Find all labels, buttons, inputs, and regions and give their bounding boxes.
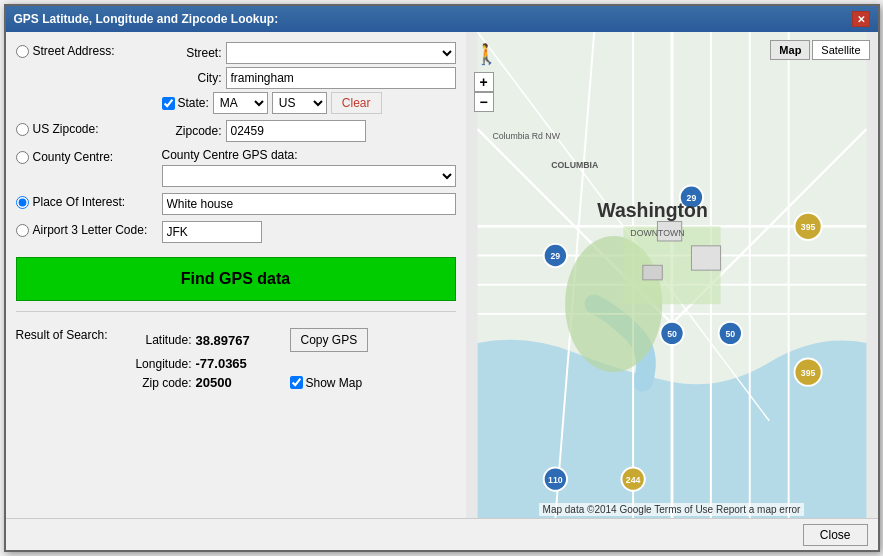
place-radio-label[interactable]: Place Of Interest: xyxy=(16,193,156,209)
satellite-view-button[interactable]: Satellite xyxy=(812,40,869,60)
pegman-icon[interactable]: 🚶 xyxy=(474,42,499,66)
show-map-checkbox[interactable] xyxy=(290,376,303,389)
street-address-row: Street Address: Street: City: xyxy=(16,42,456,114)
content-area: Street Address: Street: City: xyxy=(6,32,878,518)
close-button[interactable]: Close xyxy=(803,524,868,546)
map-view-button[interactable]: Map xyxy=(770,40,810,60)
svg-text:395: 395 xyxy=(800,368,815,378)
county-gps-label: County Centre GPS data: xyxy=(162,148,298,162)
street-address-fields: Street: City: State: xyxy=(162,42,456,114)
airport-field-row xyxy=(162,221,456,243)
place-row: Place Of Interest: xyxy=(16,193,456,215)
show-map-checkbox-label[interactable]: Show Map xyxy=(290,376,363,390)
svg-text:244: 244 xyxy=(625,475,640,485)
bottom-bar: Close xyxy=(6,518,878,550)
longitude-value: -77.0365 xyxy=(196,356,286,371)
svg-text:110: 110 xyxy=(548,475,563,485)
results-section: Result of Search: Latitude: 38.89767 Cop… xyxy=(16,328,456,390)
map-copyright: Map data ©2014 Google Terms of Use Repor… xyxy=(539,503,805,516)
place-field-row xyxy=(162,193,456,215)
zipcode-radio-label[interactable]: US Zipcode: xyxy=(16,120,156,136)
svg-text:29: 29 xyxy=(550,251,560,261)
divider xyxy=(16,311,456,312)
county-row: County Centre: County Centre GPS data: xyxy=(16,148,456,187)
city-label: City: xyxy=(162,71,222,85)
zipcode-input[interactable] xyxy=(226,120,366,142)
county-dropdown-row xyxy=(162,165,456,187)
svg-rect-17 xyxy=(642,265,661,280)
result-zipcode-label: Zip code: xyxy=(122,376,192,390)
zipcode-section-label: US Zipcode: xyxy=(33,122,99,136)
airport-radio-label[interactable]: Airport 3 Letter Code: xyxy=(16,221,156,237)
left-panel: Street Address: Street: City: xyxy=(6,32,466,518)
state-checkbox-label[interactable]: State: xyxy=(162,96,209,110)
latitude-value: 38.89767 xyxy=(196,333,286,348)
zoom-out-button[interactable]: − xyxy=(474,92,494,112)
airport-section-label: Airport 3 Letter Code: xyxy=(33,223,148,237)
svg-rect-18 xyxy=(691,246,720,270)
street-address-label: Street Address: xyxy=(33,44,115,58)
clear-button[interactable]: Clear xyxy=(331,92,382,114)
state-select[interactable]: MA CA NY xyxy=(213,92,268,114)
longitude-row: Longitude: -77.0365 xyxy=(122,356,369,371)
copy-gps-button[interactable]: Copy GPS xyxy=(290,328,369,352)
map-container: 29 29 50 50 395 395 110 244 Was xyxy=(466,32,878,518)
place-section-label: Place Of Interest: xyxy=(33,195,126,209)
zipcode-label: Zipcode: xyxy=(162,124,222,138)
svg-text:Columbia Rd NW: Columbia Rd NW xyxy=(492,131,560,141)
state-checkbox[interactable] xyxy=(162,97,175,110)
latitude-row: Latitude: 38.89767 Copy GPS xyxy=(122,328,369,352)
zipcode-row: US Zipcode: Zipcode: xyxy=(16,120,456,142)
result-zipcode-value: 20500 xyxy=(196,375,286,390)
results-content: Result of Search: Latitude: 38.89767 Cop… xyxy=(16,328,456,390)
airport-row: Airport 3 Letter Code: xyxy=(16,221,456,243)
titlebar-close-button[interactable]: ✕ xyxy=(852,11,870,27)
airport-fields xyxy=(162,221,456,243)
svg-text:50: 50 xyxy=(667,329,677,339)
window-title: GPS Latitude, Longitude and Zipcode Look… xyxy=(14,12,279,26)
svg-text:Washington: Washington xyxy=(597,199,707,221)
street-address-radio[interactable] xyxy=(16,45,29,58)
result-of-search-label: Result of Search: xyxy=(16,328,116,342)
place-input[interactable] xyxy=(162,193,456,215)
zipcode-radio[interactable] xyxy=(16,123,29,136)
svg-text:COLUMBIA: COLUMBIA xyxy=(551,160,599,170)
svg-text:50: 50 xyxy=(725,329,735,339)
city-input[interactable] xyxy=(226,67,456,89)
state-label: State: xyxy=(178,96,209,110)
zoom-controls: + − xyxy=(474,72,494,112)
zoom-in-button[interactable]: + xyxy=(474,72,494,92)
county-gps-label-row: County Centre GPS data: xyxy=(162,148,456,162)
place-radio[interactable] xyxy=(16,196,29,209)
svg-text:395: 395 xyxy=(800,222,815,232)
city-field-row: City: xyxy=(162,67,456,89)
main-window: GPS Latitude, Longitude and Zipcode Look… xyxy=(4,4,880,552)
show-map-label: Show Map xyxy=(306,376,363,390)
street-address-radio-label[interactable]: Street Address: xyxy=(16,42,156,58)
longitude-label: Longitude: xyxy=(122,357,192,371)
county-section-label: County Centre: xyxy=(33,150,114,164)
street-field-row: Street: xyxy=(162,42,456,64)
county-radio-label[interactable]: County Centre: xyxy=(16,148,156,164)
map-svg: 29 29 50 50 395 395 110 244 Was xyxy=(466,32,878,518)
map-controls: Map Satellite xyxy=(770,40,869,60)
results-labels-col: Latitude: 38.89767 Copy GPS Longitude: -… xyxy=(122,328,369,390)
place-fields xyxy=(162,193,456,215)
street-dropdown[interactable] xyxy=(226,42,456,64)
county-fields: County Centre GPS data: xyxy=(162,148,456,187)
result-zipcode-row: Zip code: 20500 Show Map xyxy=(122,375,369,390)
map-panel: 29 29 50 50 395 395 110 244 Was xyxy=(466,32,878,518)
zipcode-fields: Zipcode: xyxy=(162,120,456,142)
airport-radio[interactable] xyxy=(16,224,29,237)
zipcode-field-row: Zipcode: xyxy=(162,120,456,142)
svg-text:DOWNTOWN: DOWNTOWN xyxy=(630,228,684,238)
state-field-row: State: MA CA NY US UK Clear xyxy=(162,92,456,114)
titlebar: GPS Latitude, Longitude and Zipcode Look… xyxy=(6,6,878,32)
airport-input[interactable] xyxy=(162,221,262,243)
find-gps-button[interactable]: Find GPS data xyxy=(16,257,456,301)
country-select[interactable]: US UK xyxy=(272,92,327,114)
street-label: Street: xyxy=(162,46,222,60)
county-dropdown[interactable] xyxy=(162,165,456,187)
county-radio[interactable] xyxy=(16,151,29,164)
latitude-label: Latitude: xyxy=(122,333,192,347)
